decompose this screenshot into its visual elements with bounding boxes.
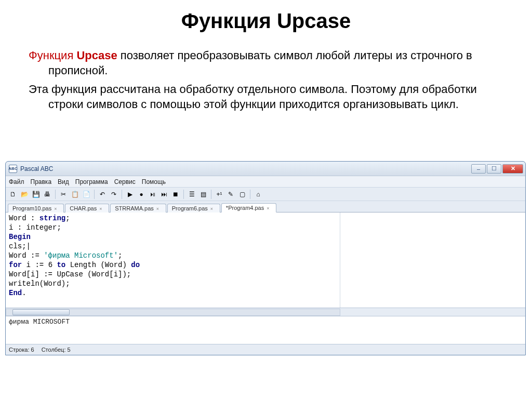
tab-close-icon[interactable]: ×	[267, 206, 272, 211]
editor-tab[interactable]: CHAR.pas×	[65, 204, 109, 212]
menu-edit[interactable]: Правка	[31, 178, 52, 185]
editor-tab[interactable]: *Program4.pas×	[221, 203, 276, 212]
toolbar-separator	[250, 190, 250, 199]
toolbar-button[interactable]: ↶	[97, 189, 108, 200]
toolbar-button[interactable]: 📄	[81, 189, 91, 200]
toolbar-button[interactable]: ⌂	[253, 189, 263, 200]
tab-label: *Program4.pas	[226, 205, 264, 211]
toolbar-separator	[211, 190, 211, 199]
menu-help[interactable]: Помощь	[142, 178, 166, 185]
paragraph-2: Эта функция рассчитана на обработку отде…	[29, 82, 503, 112]
toolbar-button[interactable]: ⏭	[159, 189, 169, 200]
status-line: Строка: 6	[9, 347, 34, 353]
menu-view[interactable]: Вид	[58, 178, 69, 185]
toolbar-button[interactable]: ✎	[225, 189, 236, 200]
toolbar-separator	[122, 190, 122, 199]
tab-label: Program6.pas	[172, 205, 208, 211]
toolbar-separator	[94, 190, 95, 199]
horizontal-scrollbar[interactable]	[6, 308, 525, 316]
pascal-abc-window: ABC Pascal ABC – ☐ ✕ Файл Правка Вид Про…	[5, 161, 526, 355]
toolbar-button[interactable]: ▤	[198, 189, 208, 200]
statusbar: Строка: 6 Столбец: 5	[6, 344, 525, 355]
menu-file[interactable]: Файл	[9, 178, 24, 185]
output-panel: фирма MICROSOFT	[6, 316, 525, 344]
toolbar-button[interactable]: ⏯	[148, 189, 158, 200]
toolbar-button[interactable]: ▶	[125, 189, 135, 200]
toolbar-button[interactable]: ⏹	[170, 189, 181, 200]
toolbar: 🗋📂💾🖶✂📋📄↶↷▶●⏯⏭⏹☰▤+¹✎▢⌂	[6, 188, 525, 201]
toolbar-button[interactable]: 🖶	[42, 189, 52, 200]
menubar: Файл Правка Вид Программа Сервис Помощь	[6, 176, 525, 188]
tab-close-icon[interactable]: ×	[210, 206, 216, 211]
toolbar-button[interactable]: ☰	[187, 189, 197, 200]
toolbar-button[interactable]: ▢	[237, 189, 247, 200]
toolbar-button[interactable]: 📋	[70, 189, 80, 200]
code-area: Word : string; i : integer; Begin cls;| …	[6, 212, 525, 308]
minimize-button[interactable]: –	[471, 164, 486, 174]
toolbar-button[interactable]: 💾	[31, 189, 41, 200]
p1-prefix: Функция	[29, 49, 76, 62]
toolbar-button[interactable]: ↷	[109, 189, 119, 200]
app-icon: ABC	[9, 165, 17, 173]
tabbar: Program10.pas×CHAR.pas×STRRAMA.pas×Progr…	[6, 201, 525, 212]
toolbar-button[interactable]: ✂	[58, 189, 69, 200]
tab-close-icon[interactable]: ×	[99, 206, 104, 211]
slide-title: Функция Upcase	[0, 9, 532, 33]
editor-tab[interactable]: STRRAMA.pas×	[110, 204, 166, 212]
close-button[interactable]: ✕	[502, 164, 523, 174]
toolbar-button[interactable]: 🗋	[8, 189, 18, 200]
editor-tab[interactable]: Program6.pas×	[167, 204, 220, 212]
code-editor[interactable]: Word : string; i : integer; Begin cls;| …	[6, 212, 340, 308]
tab-label: CHAR.pas	[70, 205, 97, 211]
menu-program[interactable]: Программа	[75, 178, 108, 185]
tab-label: Program10.pas	[12, 205, 51, 211]
tab-label: STRRAMA.pas	[115, 205, 154, 211]
toolbar-separator	[183, 190, 184, 199]
status-col: Столбец: 5	[42, 347, 71, 353]
maximize-button[interactable]: ☐	[487, 164, 501, 174]
toolbar-button[interactable]: +¹	[214, 189, 224, 200]
editor-tab[interactable]: Program10.pas×	[8, 204, 64, 212]
menu-service[interactable]: Сервис	[114, 178, 136, 185]
object-inspector-panel	[340, 212, 525, 308]
paragraph-1: Функция Upcase позволяет преобразовывать…	[29, 48, 503, 78]
toolbar-button[interactable]: ●	[136, 189, 147, 200]
p1-bold: Upcase	[76, 49, 117, 62]
toolbar-button[interactable]: 📂	[19, 189, 30, 200]
tab-close-icon[interactable]: ×	[54, 206, 59, 211]
titlebar[interactable]: ABC Pascal ABC – ☐ ✕	[6, 162, 525, 176]
toolbar-separator	[55, 190, 56, 199]
window-title: Pascal ABC	[20, 165, 471, 172]
tab-close-icon[interactable]: ×	[156, 206, 162, 211]
